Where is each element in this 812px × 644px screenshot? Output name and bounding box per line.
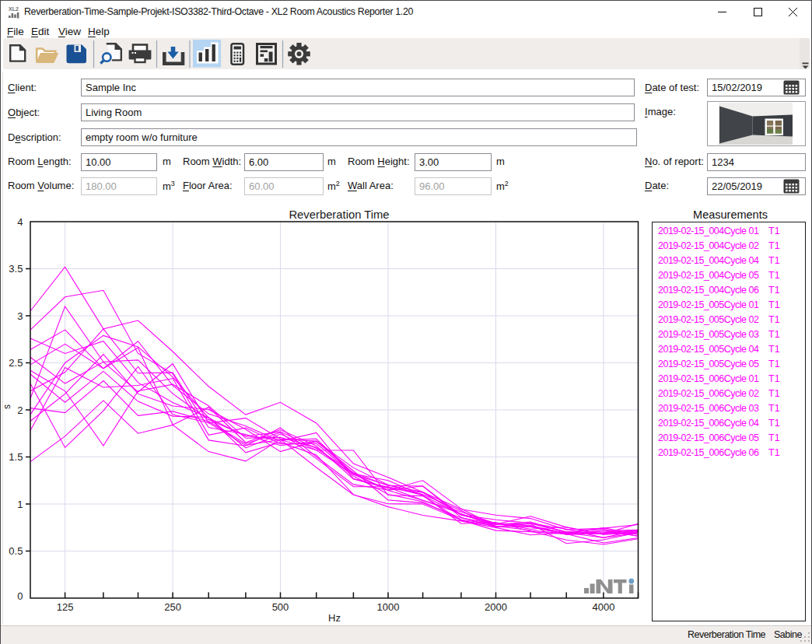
svg-text:4: 4 <box>17 216 26 228</box>
svg-text:1: 1 <box>17 499 26 510</box>
svg-text:Hz: Hz <box>328 612 341 624</box>
svg-text:s: s <box>2 404 12 409</box>
svg-text:XL2: XL2 <box>9 6 19 12</box>
svg-text:0: 0 <box>17 590 26 602</box>
svg-text:3.5: 3.5 <box>9 263 26 275</box>
svg-text:1000: 1000 <box>377 601 400 613</box>
svg-text:0.5: 0.5 <box>9 545 26 557</box>
svg-text:500: 500 <box>272 601 289 613</box>
svg-text:2000: 2000 <box>485 601 507 613</box>
svg-text:250: 250 <box>164 601 181 613</box>
svg-text:125: 125 <box>57 601 74 613</box>
svg-text:2: 2 <box>17 404 26 416</box>
svg-text:3: 3 <box>17 310 26 322</box>
svg-text:Reverberation Time: Reverberation Time <box>289 208 389 221</box>
svg-text:4000: 4000 <box>592 601 614 613</box>
svg-text:2.5: 2.5 <box>9 357 26 369</box>
svg-text:1.5: 1.5 <box>9 451 26 463</box>
